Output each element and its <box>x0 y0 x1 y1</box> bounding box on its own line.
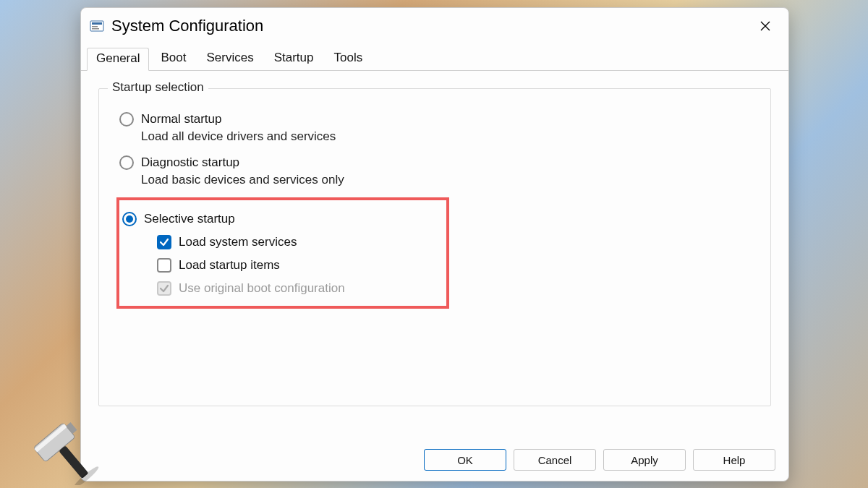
diagnostic-startup-desc: Load basic devices and services only <box>141 173 756 187</box>
load-system-services-label: Load system services <box>179 235 297 249</box>
normal-startup-label: Normal startup <box>141 112 221 127</box>
tab-services[interactable]: Services <box>197 48 262 71</box>
diagnostic-startup-radio[interactable] <box>119 155 134 170</box>
svg-rect-1 <box>92 22 102 25</box>
svg-rect-4 <box>33 423 75 463</box>
load-system-services-checkbox[interactable] <box>157 235 171 249</box>
ok-button[interactable]: OK <box>424 449 506 471</box>
load-startup-items-checkbox[interactable] <box>157 258 171 273</box>
close-button[interactable] <box>749 14 781 38</box>
tab-startup[interactable]: Startup <box>265 48 323 71</box>
app-icon <box>90 19 104 33</box>
tab-general[interactable]: General <box>87 48 149 71</box>
tab-strip: General Boot Services Startup Tools <box>81 47 788 71</box>
cancel-button[interactable]: Cancel <box>514 449 596 471</box>
tab-boot[interactable]: Boot <box>152 48 195 71</box>
startup-selection-group: Startup selection Normal startup Load al… <box>98 88 771 406</box>
general-panel: Startup selection Normal startup Load al… <box>81 71 788 442</box>
svg-rect-6 <box>66 422 77 434</box>
use-original-boot-label: Use original boot configuration <box>179 281 345 296</box>
help-button[interactable]: Help <box>693 449 775 471</box>
svg-rect-3 <box>92 28 99 30</box>
titlebar: System Configuration <box>81 8 788 41</box>
selective-startup-radio[interactable] <box>122 212 137 226</box>
svg-rect-2 <box>92 26 98 27</box>
selective-sub-options: Load system services Load startup items … <box>157 235 425 296</box>
normal-startup-radio[interactable] <box>119 112 134 127</box>
use-original-boot-checkbox <box>157 281 171 296</box>
apply-button[interactable]: Apply <box>603 449 686 471</box>
tab-tools[interactable]: Tools <box>325 48 371 71</box>
window-title: System Configuration <box>111 17 749 35</box>
svg-rect-5 <box>34 424 67 452</box>
group-legend: Startup selection <box>108 80 208 95</box>
normal-startup-desc: Load all device drivers and services <box>141 129 756 144</box>
dialog-buttons: OK Cancel Apply Help <box>81 442 788 481</box>
selective-startup-label: Selective startup <box>144 212 235 226</box>
system-configuration-dialog: System Configuration General Boot Servic… <box>80 7 789 481</box>
diagnostic-startup-label: Diagnostic startup <box>141 155 239 170</box>
load-startup-items-label: Load startup items <box>179 258 280 273</box>
diagnostic-startup-option: Diagnostic startup Load basic devices an… <box>119 155 756 187</box>
selective-startup-highlight: Selective startup Load system services L… <box>116 197 449 309</box>
normal-startup-option: Normal startup Load all device drivers a… <box>119 112 756 144</box>
